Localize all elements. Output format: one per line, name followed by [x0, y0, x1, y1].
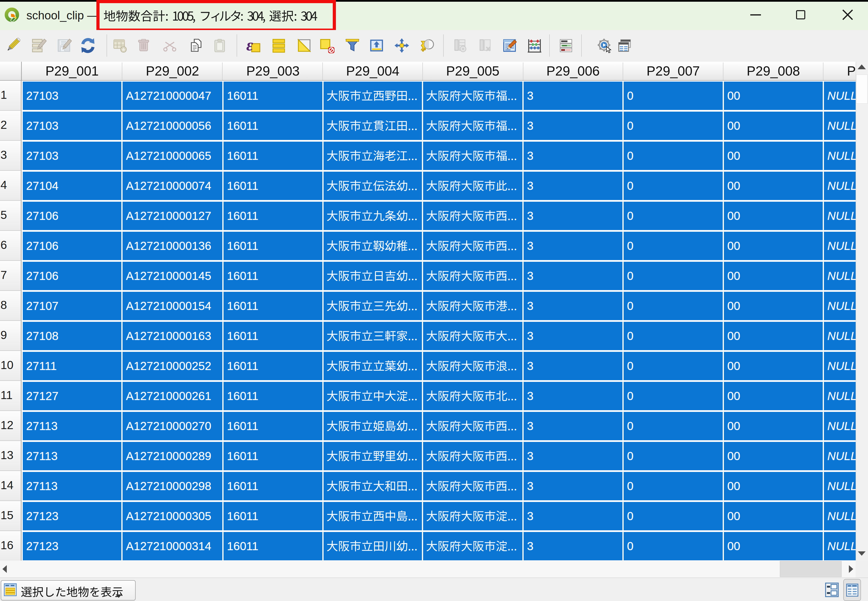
svg-text:ε: ε — [246, 38, 253, 53]
